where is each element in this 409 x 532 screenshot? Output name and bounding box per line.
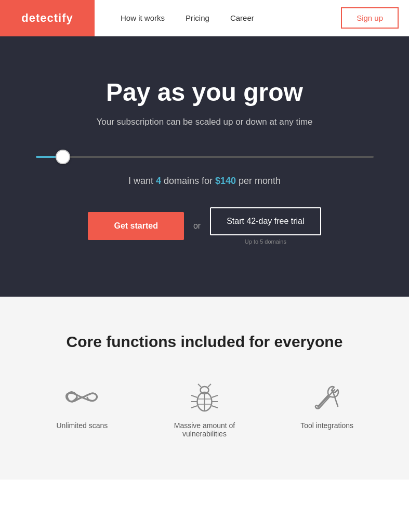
bug-icon — [189, 382, 220, 413]
pricing-text: I want 4 domains for $140 per month — [21, 176, 388, 187]
hero-headline: Pay as you grow — [21, 78, 388, 107]
domains-number: 4 — [156, 176, 161, 186]
nav-how-it-works[interactable]: How it works — [121, 14, 165, 22]
price-value: $140 — [215, 176, 236, 186]
or-label: or — [193, 221, 201, 231]
signup-button[interactable]: Sign up — [341, 7, 399, 29]
hero-section: Pay as you grow Your subscription can be… — [0, 36, 409, 297]
svg-line-7 — [212, 395, 218, 397]
svg-line-6 — [191, 406, 197, 408]
hero-subtitle: Your subscription can be scaled up or do… — [21, 117, 388, 127]
logo[interactable]: detectify — [0, 0, 95, 36]
core-heading: Core functions included for everyone — [21, 333, 388, 351]
nav-links: How it works Pricing Career — [121, 14, 341, 22]
navbar: detectify How it works Pricing Career Si… — [0, 0, 409, 36]
pricing-prefix: I want — [128, 176, 156, 186]
core-features: Unlimited scans — [21, 382, 388, 438]
svg-line-4 — [191, 395, 197, 397]
svg-line-13 — [333, 391, 338, 406]
feature-vulnerabilities: Massive amount of vulnerabilities — [152, 382, 256, 438]
nav-career[interactable]: Career — [230, 14, 254, 22]
feature-label-vuln: Massive amount of vulnerabilities — [152, 421, 256, 438]
tools-icon — [311, 382, 342, 413]
slider-container — [36, 151, 374, 160]
pricing-suffix: per month — [236, 176, 281, 186]
hero-buttons: Get started or Start 42-day free trial U… — [21, 207, 388, 245]
feature-label-tools: Tool integrations — [300, 421, 353, 430]
free-trial-button[interactable]: Start 42-day free trial — [210, 207, 321, 235]
trial-note: Up to 5 domains — [245, 238, 286, 245]
feature-unlimited-scans: Unlimited scans — [30, 382, 134, 430]
svg-line-14 — [318, 390, 335, 407]
core-functions-section: Core functions included for everyone Unl… — [0, 297, 409, 480]
domains-slider[interactable] — [36, 156, 374, 158]
feature-label-unlimited: Unlimited scans — [56, 421, 108, 430]
feature-integrations: Tool integrations — [275, 382, 379, 430]
svg-line-2 — [198, 384, 201, 387]
get-started-button[interactable]: Get started — [88, 212, 183, 240]
pricing-mid: domains for — [161, 176, 215, 186]
logo-text: detectify — [21, 11, 73, 25]
nav-pricing[interactable]: Pricing — [186, 14, 209, 22]
svg-line-9 — [212, 406, 218, 408]
infinity-icon — [67, 382, 98, 413]
svg-line-3 — [208, 384, 211, 387]
free-trial-wrapper: Start 42-day free trial Up to 5 domains — [210, 207, 321, 245]
